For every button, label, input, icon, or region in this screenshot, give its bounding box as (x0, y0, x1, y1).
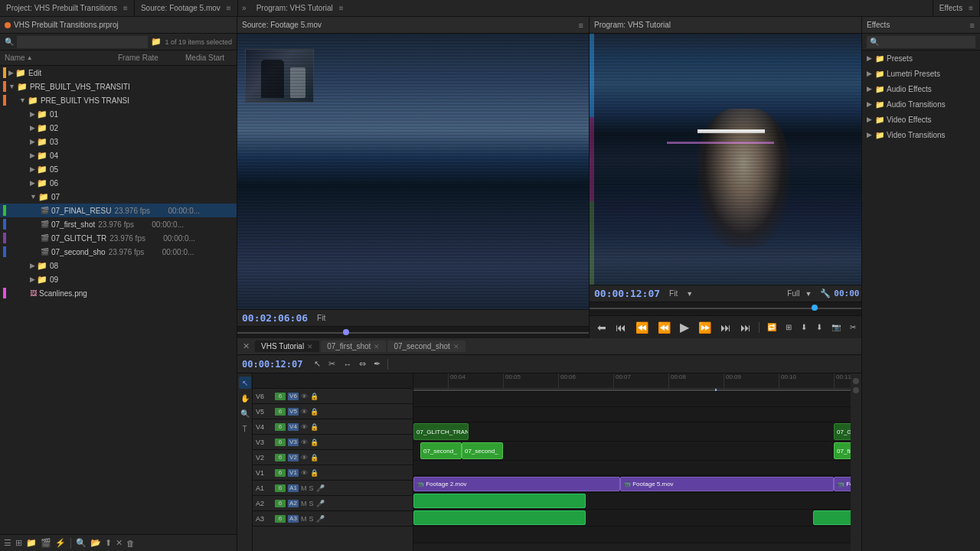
timeline-tracks-right[interactable]: 00:04 00:05 00:06 00:07 00:08 00:09 00:1… (413, 373, 851, 551)
track-a1-toggle-b[interactable]: A1 (288, 484, 299, 492)
safe-margins-btn[interactable]: ⊞ (782, 321, 795, 333)
track-v1-toggle-b[interactable]: V1 (288, 469, 299, 477)
tree-item-07[interactable]: ▼ 📁 07 (0, 190, 237, 204)
media-browser-menu-icon[interactable]: ≡ (227, 4, 231, 12)
step-fwd-btn[interactable]: ⏭ (717, 320, 734, 335)
track-v1-eye[interactable]: 👁 (301, 469, 308, 477)
track-v4-lock[interactable]: 🔒 (310, 423, 318, 431)
clip-v1-footage2[interactable]: 📹 Footage 2.mov (413, 477, 620, 491)
track-v1-lock[interactable]: 🔒 (310, 469, 318, 477)
track-a1-mic[interactable]: 🎤 (316, 484, 325, 492)
tree-item-edit[interactable]: ▶ 📁 Edit (0, 66, 237, 80)
clear-btn[interactable]: ✕ (115, 537, 123, 549)
wrench-icon[interactable]: 🔧 (820, 289, 831, 298)
tab-07-first-shot[interactable]: 07_first_shot ✕ (321, 341, 386, 352)
track-v5-lock[interactable]: 🔒 (310, 408, 318, 416)
track-a1-s[interactable]: S (309, 484, 314, 492)
track-a2-m[interactable]: M (301, 500, 307, 507)
track-v6-eye[interactable]: 👁 (301, 393, 308, 400)
clip-a2-audio2[interactable] (813, 510, 851, 525)
shuttle-left-btn[interactable]: ⬅ (594, 320, 609, 335)
track-v4-eye[interactable]: 👁 (301, 423, 308, 431)
tree-item-07-second[interactable]: 🎬 07_second_sho 23.976 fps 00:00:0... (0, 245, 237, 259)
tree-item-09[interactable]: ▶ 📁 09 (0, 272, 237, 286)
tool-pen[interactable]: ✒ (371, 358, 383, 370)
clip-v3-second2[interactable]: 07_second_ (462, 442, 503, 459)
media-encoder-btn[interactable]: ⬆ (104, 537, 113, 549)
program-scrubber[interactable] (590, 302, 861, 315)
tab-vhs-tutorial-close[interactable]: ✕ (307, 343, 313, 350)
tree-item-02[interactable]: ▶ 📁 02 (0, 121, 237, 135)
track-v4-toggle-b[interactable]: V4 (288, 423, 299, 431)
clip-v3-first1[interactable]: 07_first_s (834, 442, 851, 459)
rewind-btn[interactable]: ⏪ (655, 320, 674, 335)
tab-07-second-shot[interactable]: 07_second_shot ✕ (387, 341, 465, 352)
track-v1-toggle-g[interactable]: 6 (275, 469, 286, 477)
clip-v1-footage5a[interactable]: 📹 Footage 5.mov (620, 477, 834, 491)
clip-v3-second1[interactable]: 07_second_ (420, 442, 462, 459)
track-a2-toggle-g[interactable]: 6 (275, 500, 286, 507)
track-a2-mic[interactable]: 🎤 (316, 500, 325, 507)
effects-cat-video-effects[interactable]: ▶ 📁 Video Effects (862, 112, 980, 127)
clip-v4-glitch1[interactable]: 07_GLITCH_TRAN (413, 423, 469, 440)
tree-item-scanlines[interactable]: 🖼 Scanlines.png (0, 286, 237, 300)
track-v5-toggle-b[interactable]: V5 (288, 408, 299, 416)
tool-select[interactable]: ↖ (312, 358, 323, 370)
tree-item-pre-built-vhs-sub[interactable]: ▼ 📁 PRE_BUILT VHS TRANSI (0, 93, 237, 107)
go-back-btn[interactable]: ⏪ (632, 320, 652, 335)
icon-view-btn[interactable]: ⊞ (15, 537, 23, 549)
expand-btn[interactable]: » (238, 4, 250, 12)
track-v6-toggle-b[interactable]: V6 (288, 393, 299, 400)
folder-btn[interactable]: 📂 (90, 537, 102, 549)
tree-item-07-first[interactable]: 🎬 07_first_shot 23.976 fps 00:00:0... (0, 217, 237, 231)
tree-item-07-final[interactable]: 🎬 07_FINAL_RESU 23.976 fps 00:00:0... (0, 204, 237, 217)
track-v3-toggle-g[interactable]: 6 (275, 439, 286, 446)
tree-item-04[interactable]: ▶ 📁 04 (0, 148, 237, 162)
track-a3-m[interactable]: M (301, 515, 307, 523)
track-a3-toggle-b[interactable]: A3 (288, 515, 299, 523)
tab-vhs-tutorial[interactable]: VHS Tutorial ✕ (255, 341, 319, 352)
source-scrubber[interactable] (237, 326, 589, 338)
loop-btn[interactable]: 🔁 (764, 321, 779, 333)
program-fit-btn[interactable]: ▼ (684, 289, 695, 298)
track-v3-lock[interactable]: 🔒 (310, 439, 318, 446)
delete-btn[interactable]: 🗑 (126, 538, 136, 549)
clip-v1-footage5b[interactable]: 📹 Footage 5.mov (834, 477, 851, 491)
tree-item-03[interactable]: ▶ 📁 03 (0, 135, 237, 148)
fast-fwd-btn[interactable]: ⏩ (695, 320, 714, 335)
track-v3-toggle-b[interactable]: V3 (288, 439, 299, 446)
track-v2-toggle-g[interactable]: 6 (275, 454, 286, 461)
track-v2-lock[interactable]: 🔒 (310, 454, 318, 461)
clip-a1-audio[interactable] (413, 494, 586, 508)
timeline-close-btn[interactable]: ✕ (242, 341, 250, 352)
clip-v4-glitch2[interactable]: 07_GLITCH_TRANSITION_scr (834, 423, 851, 440)
track-v5-toggle-g[interactable]: 6 (275, 408, 286, 416)
effects-cat-video-transitions[interactable]: ▶ 📁 Video Transitions (862, 127, 980, 142)
export-frame-btn[interactable]: 📷 (828, 321, 844, 333)
track-a2-toggle-b[interactable]: A2 (288, 500, 299, 507)
tool-hand[interactable]: ✋ (239, 392, 251, 404)
tool-type[interactable]: T (239, 422, 251, 435)
trim-btn[interactable]: ✂ (847, 321, 859, 333)
tree-item-01[interactable]: ▶ 📁 01 (0, 107, 237, 121)
overwrite-btn[interactable]: ⬇ (813, 321, 825, 333)
track-v4-toggle-g[interactable]: 6 (275, 423, 286, 431)
tab-07-first-close[interactable]: ✕ (374, 343, 380, 350)
tab-07-second-close[interactable]: ✕ (453, 343, 459, 350)
new-item-btn[interactable]: 🎬 (40, 537, 52, 549)
track-a2-s[interactable]: S (309, 500, 314, 507)
folder-icon[interactable]: 📁 (151, 37, 162, 47)
track-a3-s[interactable]: S (309, 515, 314, 523)
list-view-btn[interactable]: ☰ (3, 537, 12, 549)
tool-pointer[interactable]: ↖ (239, 377, 251, 389)
effects-cat-lumetri[interactable]: ▶ 📁 Lumetri Presets (862, 66, 980, 81)
track-v3-eye[interactable]: 👁 (301, 439, 308, 446)
step-back-btn[interactable]: ⏮ (612, 320, 629, 335)
track-v2-toggle-b[interactable]: V2 (288, 454, 299, 461)
track-v6-lock[interactable]: 🔒 (310, 393, 318, 400)
shuttle-right-btn[interactable]: ⏭ (737, 320, 754, 335)
automate-btn[interactable]: ⚡ (54, 537, 67, 549)
track-v2-eye[interactable]: 👁 (301, 454, 308, 461)
program-scrubber-head[interactable] (812, 305, 818, 311)
play-pause-btn[interactable]: ▶ (677, 318, 692, 336)
